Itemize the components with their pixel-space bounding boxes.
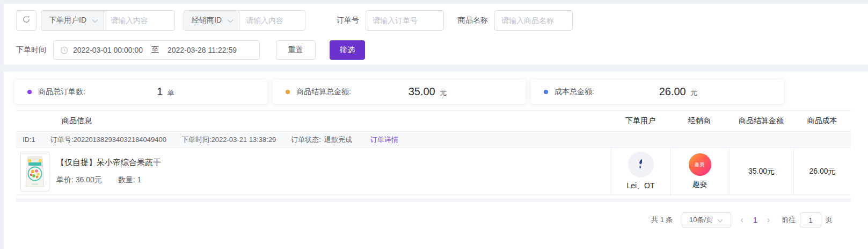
pagination-total: 共 1 条 [651,215,673,225]
product-name-label: 商品名称 [458,16,488,25]
product-name-input[interactable] [494,10,573,31]
dealer-id-select[interactable]: 经销商ID [184,10,239,31]
buyer-name: Lei、OT [626,181,654,191]
header-product-info: 商品信息 [16,116,611,126]
order-status: 订单状态:退款完成 [291,135,355,145]
order-table: 商品信息 下单用户 经销商 商品结算金额 商品成本 ID:1 订单号:20220… [16,110,851,202]
header-settle-amount: 商品结算金额 [729,116,793,126]
end-date-value[interactable]: 2022-03-28 11:22:59 [167,46,237,54]
header-dealer: 经销商 [670,116,729,126]
order-meta-row: ID:1 订单号:202201382934032184049400 下单时间:2… [16,132,851,148]
product-title: 【仅自提】呆小帝综合果蔬干 [56,158,161,168]
dealer-id-filter-group: 经销商ID [184,10,305,31]
table-row: 【仅自提】呆小帝综合果蔬干 单价: 36.00元 数量: 1 L [16,148,851,195]
user-id-filter-group: 下单用户ID [41,10,175,31]
user-id-select-label: 下单用户ID [49,16,86,25]
dealer-id-select-label: 经销商ID [192,16,222,25]
order-time-range-picker[interactable]: 2022-03-01 00:00:00 至 2022-03-28 11:22:5… [53,40,260,60]
header-buyer: 下单用户 [611,116,670,126]
order-detail-link[interactable]: 订单详情 [370,135,398,145]
stat-unit: 单 [167,89,174,97]
buyer-cell: Lei、OT [611,148,670,195]
stat-value: 1 [157,86,163,97]
stat-card-cost-total: 成本总金额: 26.00 元 [531,80,784,104]
table-bottom-strip [16,198,851,202]
stat-value-wrap: 1 单 [85,86,246,98]
stat-value: 35.00 [409,86,435,97]
product-image[interactable] [20,152,49,191]
chevron-down-icon [717,216,723,224]
date-separator: 至 [151,45,159,55]
content-panel: 商品总订单数: 1 单 商品结算总金额: 35.00 元 成本总金额: 26.0… [4,72,868,249]
qty-label: 数量: [118,175,135,184]
stat-value: 26.00 [659,86,686,97]
filter-row-2: 下单时间 2022-03-01 00:00:00 至 2022-03-28 11… [16,40,365,60]
page-size-select[interactable]: 10条/页 [682,212,731,227]
filter-panel: 下单用户ID 经销商ID 订单号 商品名称 下单时间 [4,4,868,65]
stat-unit: 元 [690,89,697,97]
dealer-avatar-text: 趣耍 [695,161,705,168]
page-size-value: 10条/页 [689,215,713,225]
stat-card-settle-total: 商品结算总金额: 35.00 元 [273,80,526,104]
current-page[interactable]: 1 [753,216,757,224]
page-unit-label: 页 [826,215,833,225]
purple-dot-icon [27,90,32,94]
stat-label: 商品结算总金额: [296,87,351,97]
pagination: 共 1 条 10条/页 ‹ 1 › 前往 页 [651,212,833,227]
header-cost: 商品成本 [793,116,851,126]
order-no-label: 订单号 [337,16,359,25]
goto-page-input[interactable] [800,212,821,227]
user-id-select[interactable]: 下单用户ID [41,10,104,31]
chevron-down-icon [92,16,98,25]
next-page-icon[interactable]: › [767,216,770,224]
dealer-avatar[interactable]: 趣耍 [689,153,711,176]
stat-label: 商品总订单数: [38,87,85,97]
order-status-value: 退款完成 [324,136,352,144]
refresh-button[interactable] [16,10,37,31]
order-no: 订单号:202201382934032184049400 [50,135,166,145]
price-value: 36.00元 [76,175,102,184]
start-date-value[interactable]: 2022-03-01 00:00:00 [73,46,143,54]
stat-card-order-count: 商品总订单数: 1 单 [14,80,267,104]
stat-unit: 元 [440,89,447,97]
blue-dot-icon [544,90,548,94]
filter-button[interactable]: 筛选 [330,40,365,60]
price-label: 单价: [56,175,74,184]
qty-value: 1 [137,175,142,184]
order-id: ID:1 [23,136,35,144]
goto-label: 前往 [782,215,796,225]
stat-cards: 商品总订单数: 1 单 商品结算总金额: 35.00 元 成本总金额: 26.0… [14,80,784,104]
orange-dot-icon [286,90,290,94]
product-text: 【仅自提】呆小帝综合果蔬干 单价: 36.00元 数量: 1 [56,158,161,185]
clock-icon [60,46,68,54]
settle-amount-cell: 35.00元 [729,148,793,195]
buyer-avatar[interactable] [628,152,654,177]
dealer-cell: 趣耍 趣耍 [670,148,729,195]
chevron-down-icon [227,16,234,25]
filter-row-1: 下单用户ID 经销商ID 订单号 商品名称 [16,10,573,31]
dealer-name: 趣耍 [692,180,707,189]
refresh-icon [21,15,31,26]
reset-button[interactable]: 重置 [276,40,316,60]
stat-label: 成本总金额: [555,87,594,97]
order-time: 下单时间:2022-03-21 13:38:29 [181,135,276,145]
user-id-input[interactable] [104,10,175,31]
product-info-cell: 【仅自提】呆小帝综合果蔬干 单价: 36.00元 数量: 1 [16,148,611,195]
stat-value-wrap: 26.00 元 [594,86,762,98]
order-status-label: 订单状态: [291,136,321,144]
product-subline: 单价: 36.00元 数量: 1 [56,175,161,185]
table-header-row: 商品信息 下单用户 经销商 商品结算金额 商品成本 [16,110,851,132]
dealer-id-input[interactable] [239,10,305,31]
prev-page-icon[interactable]: ‹ [741,216,743,224]
cost-amount-cell: 26.00元 [793,148,851,195]
order-no-input[interactable] [366,10,444,31]
order-time-label: 下单时间 [16,45,46,55]
stat-value-wrap: 35.00 元 [351,86,504,98]
